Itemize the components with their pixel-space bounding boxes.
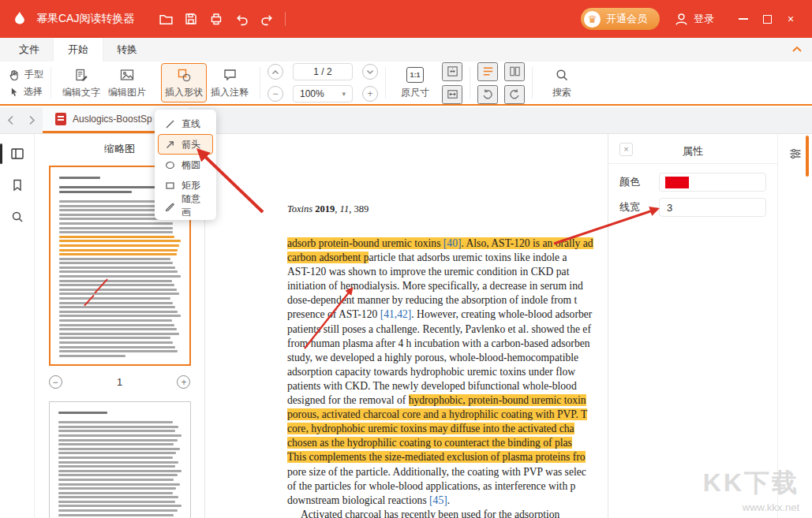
document-line: AST-120 was shown to improve the uremic … — [287, 265, 593, 279]
main-content: 缩略图 − 1 + Toxins 2019, 11, 389 adsorb pr… — [0, 134, 812, 518]
thumbnail-zoom-out-button[interactable]: − — [49, 375, 62, 389]
single-page-view-button[interactable] — [477, 62, 498, 81]
double-page-view-button[interactable] — [504, 62, 525, 81]
document-line: pore size of the particle. Additionally,… — [287, 465, 593, 479]
tab-back-button[interactable] — [0, 107, 21, 133]
shape-menu-item-label: 箭头 — [181, 138, 200, 151]
freedraw-icon — [165, 201, 175, 211]
shape-menu-item-2[interactable]: 椭圆 — [158, 155, 213, 175]
rotate-left-button[interactable] — [477, 85, 498, 104]
document-line: This complements the size-mediated exclu… — [287, 450, 593, 464]
save-button[interactable] — [178, 7, 204, 31]
tab-home[interactable]: 开始 — [54, 38, 103, 61]
fit-page-button[interactable] — [442, 62, 462, 81]
rotate-right-button[interactable] — [504, 85, 525, 104]
ribbon-separator — [532, 67, 533, 99]
ribbon-separator — [385, 67, 386, 99]
document-tab-label: Auslogics-BoostSp — [73, 114, 152, 125]
close-button[interactable]: × — [779, 7, 803, 31]
insert-note-label: 插入注释 — [211, 86, 249, 99]
select-tool-button[interactable]: 选择 — [8, 85, 43, 99]
document-line: downstream biological reactions [45]. — [287, 494, 593, 508]
previous-page-button[interactable] — [268, 64, 283, 80]
document-line: adsorb protein-bound uremic toxins [40].… — [287, 237, 593, 251]
zoom-in-button[interactable]: + — [362, 86, 378, 102]
caj-file-icon — [55, 113, 66, 125]
document-line: porous, activated charcoal core and a hy… — [287, 408, 593, 422]
minimize-icon — [739, 18, 748, 20]
maximize-button[interactable] — [755, 7, 779, 31]
app-logo-icon — [9, 9, 30, 29]
edit-image-button[interactable]: 编辑图片 — [104, 63, 150, 102]
tab-forward-button[interactable] — [21, 107, 43, 133]
menu-tab-bar: 文件 开始 转换 — [0, 38, 812, 61]
login-label: 登录 — [694, 12, 714, 26]
thumbnail-annotation-mark — [84, 295, 95, 307]
print-button[interactable] — [204, 7, 229, 31]
shape-menu-item-0[interactable]: 直线 — [158, 114, 213, 134]
page-search-icon[interactable] — [10, 210, 24, 224]
redo-button[interactable] — [254, 7, 279, 31]
tab-file[interactable]: 文件 — [5, 38, 54, 61]
hand-icon — [8, 69, 20, 80]
divider — [608, 163, 777, 164]
edit-text-button[interactable]: 编辑文字 — [58, 63, 104, 102]
page-indicator[interactable]: 1 / 2 — [293, 63, 353, 80]
original-size-icon: 1:1 — [406, 67, 424, 83]
vip-button[interactable]: ♛ 开通会员 — [581, 8, 660, 30]
right-icon-strip — [777, 134, 812, 518]
ribbon-toolbar: 手型 选择 编辑文字 编辑图片 插入 — [0, 61, 812, 106]
minimize-button[interactable] — [732, 7, 755, 31]
fit-width-button[interactable] — [442, 85, 462, 104]
insert-shape-button[interactable]: 插入形状 — [161, 63, 207, 102]
open-file-button[interactable] — [153, 7, 178, 31]
color-picker-field[interactable] — [659, 173, 766, 192]
properties-panel-title: 属性 — [608, 144, 777, 158]
rect-icon — [165, 181, 175, 191]
document-line: designed for the removal of hydrophobic,… — [287, 393, 593, 408]
document-view[interactable]: Toxins 2019, 11, 389 adsorb protein-boun… — [205, 134, 608, 518]
ellipse-icon — [165, 160, 175, 170]
edit-text-label: 编辑文字 — [62, 86, 100, 99]
page-thumbnail-2[interactable] — [49, 401, 191, 518]
shape-menu-item-label: 矩形 — [181, 179, 200, 192]
undo-button[interactable] — [229, 7, 254, 31]
document-line: Activated charcoal has recently been use… — [287, 508, 593, 518]
edit-image-icon — [119, 66, 135, 84]
thumbnail-panel-icon[interactable] — [10, 147, 24, 161]
thumbnail-panel-title: 缩略图 — [104, 142, 135, 156]
search-label: 搜索 — [552, 86, 571, 99]
document-line: of the particles for whole-blood applica… — [287, 479, 593, 494]
shape-menu-item-1[interactable]: 箭头 — [158, 134, 213, 155]
next-page-button[interactable] — [362, 64, 378, 80]
tab-convert[interactable]: 转换 — [103, 38, 152, 61]
document-line: adsorption capacity towards hydrophobic … — [287, 365, 593, 379]
titlebar-separator — [285, 12, 286, 26]
line-width-input[interactable]: 3 — [659, 198, 766, 217]
search-button[interactable]: 搜索 — [540, 63, 584, 102]
zoom-select[interactable]: 100% ▾ — [293, 85, 353, 102]
tune-settings-icon[interactable] — [788, 147, 803, 161]
color-label: 颜色 — [619, 175, 659, 189]
document-header: Toxins 2019, 11, 389 — [287, 203, 369, 215]
shape-menu-item-label: 直线 — [181, 117, 200, 131]
edit-image-label: 编辑图片 — [108, 86, 146, 99]
zoom-value: 100% — [300, 88, 324, 99]
scrollbar-thumb[interactable] — [806, 136, 809, 177]
thumbnail-zoom-in-button[interactable]: + — [177, 375, 190, 389]
line-width-label: 线宽 — [619, 200, 659, 214]
document-line: from human plasma after 4 h incubation w… — [287, 337, 593, 351]
zoom-out-button[interactable]: − — [268, 86, 283, 102]
crown-icon: ♛ — [584, 11, 601, 28]
original-size-button[interactable]: 1:1 原尺寸 — [393, 63, 437, 102]
collapse-ribbon-button[interactable] — [791, 38, 803, 61]
shape-menu-item-4[interactable]: 随意画 — [158, 196, 213, 216]
color-swatch — [665, 177, 689, 188]
insert-note-button[interactable]: 插入注释 — [207, 63, 253, 102]
document-line: initiation of hemodialysis. More specifi… — [287, 279, 593, 293]
bookmark-icon[interactable] — [10, 178, 24, 192]
hand-tool-button[interactable]: 手型 — [8, 68, 43, 81]
edit-text-icon — [74, 66, 89, 84]
shape-menu-item-label: 随意画 — [181, 192, 206, 219]
login-button[interactable]: 登录 — [674, 12, 714, 27]
